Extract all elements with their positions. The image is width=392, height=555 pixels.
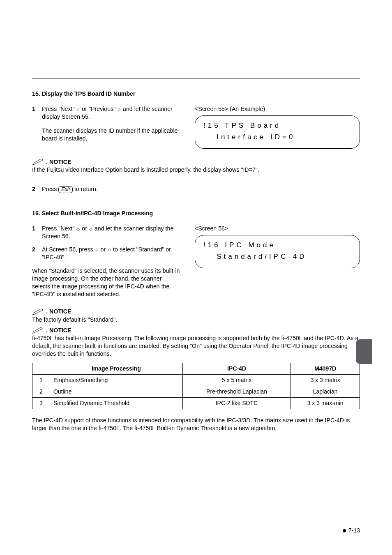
diamond-icon: ◇ <box>107 247 111 253</box>
step2-text-b: to return. <box>73 186 98 192</box>
exit-key-icon: Exit <box>58 186 73 193</box>
cell: 3 x 3 matrix <box>291 375 360 386</box>
step2-text-a: Press <box>42 186 58 192</box>
notice-pencil-icon <box>32 326 44 334</box>
th-blank <box>32 363 50 375</box>
lcd-line: Standard/IPC-4D <box>203 253 307 260</box>
svg-marker-2 <box>33 309 44 315</box>
diamond-icon: ◇ <box>76 107 80 113</box>
cell: Laplacian <box>291 386 360 398</box>
section-16-title: 16. Select Built-In/IPC-4D Image Process… <box>32 210 360 217</box>
page-footer: 7-13 <box>343 527 360 534</box>
lcd-line: !15 TPS Board <box>203 122 281 129</box>
closing-paragraph: The IPC-4D support of those functions is… <box>32 417 360 432</box>
step1-text-b: or "Previous" <box>80 106 117 112</box>
s16-step2-a: At Screen 56, press <box>42 246 95 253</box>
step1-text-a: Press "Next" <box>42 106 76 112</box>
cell: Outline <box>50 386 183 398</box>
table-row: 1 Emphasis/Smoothing 5 x 5 matrix 3 x 3 … <box>32 375 360 386</box>
s16-step1-b: or <box>80 225 89 232</box>
table-row: 2 Outline Pre-threshold Laplacian Laplac… <box>32 386 360 398</box>
cell: Emphasis/Smoothing <box>50 375 183 386</box>
cell: 5 x 5 matrix <box>182 375 291 386</box>
step-number: 2 <box>32 185 42 193</box>
cell: Pre-threshold Laplacian <box>182 386 291 398</box>
cell: IPC-2 like SDTC <box>182 397 291 409</box>
lcd-line: !16 IPC Mode <box>203 241 276 249</box>
svg-marker-0 <box>33 159 44 165</box>
notice2-text: fi-4750L has built-in Image Processing. … <box>32 334 360 358</box>
footer-dot-icon <box>343 529 346 532</box>
s16-step2-b: or <box>99 246 108 253</box>
svg-marker-4 <box>33 327 44 333</box>
th-m4097d: M4097D <box>291 363 360 375</box>
section-tab <box>356 339 372 364</box>
step-number: 2 <box>32 246 42 261</box>
notice-label: NOTICE <box>49 327 71 334</box>
cell: 3 x 3 max-min <box>291 397 360 409</box>
header-rule <box>32 78 360 78</box>
lcd-screen-56: !16 IPC Mode Standard/IPC-4D <box>195 235 360 268</box>
step1-para2: The scanner displays the ID number if th… <box>42 127 180 143</box>
notice-dot: . <box>46 158 49 166</box>
cell: 1 <box>32 375 50 386</box>
lcd-screen-55: !15 TPS Board Interface ID=0 <box>195 115 360 148</box>
s16-para: When "Standard" is selected, the scanner… <box>32 267 180 299</box>
th-ipc4d: IPC-4D <box>182 363 291 375</box>
section-15-title: 15. Display the TPS Board ID Number <box>32 90 360 98</box>
cell: Simplified Dynamic Threshold <box>50 397 183 409</box>
screen56-label: <Screen 56> <box>195 225 360 233</box>
page-number: 7-13 <box>348 527 360 534</box>
table-row: 3 Simplified Dynamic Threshold IPC-2 lik… <box>32 397 360 409</box>
notice-text: If the Fujitsu video Interface Option bo… <box>32 166 360 174</box>
image-processing-table: Image Processing IPC-4D M4097D 1 Emphasi… <box>32 363 360 409</box>
step-number: 1 <box>32 105 42 143</box>
notice-pencil-icon <box>32 158 44 166</box>
screen55-label: <Screen 55> (An Example) <box>195 105 360 113</box>
cell: 3 <box>32 397 50 409</box>
th-image-processing: Image Processing <box>50 363 183 375</box>
notice1-text: The factory default is "Standard". <box>32 316 360 324</box>
s16-step1-a: Press "Next" <box>42 225 76 232</box>
cell: 2 <box>32 386 50 398</box>
notice-dot: . <box>46 308 49 315</box>
notice-label: NOTICE <box>49 158 71 166</box>
notice-label: NOTICE <box>49 308 71 315</box>
diamond-icon: ◇ <box>117 107 121 113</box>
lcd-line: Interface ID=0 <box>203 133 295 141</box>
diamond-icon: ◇ <box>76 226 80 232</box>
step-number: 1 <box>32 225 42 240</box>
diamond-icon: ◇ <box>89 226 93 232</box>
diamond-icon: ◇ <box>95 247 99 253</box>
notice-dot: . <box>46 327 49 334</box>
notice-pencil-icon <box>32 308 44 316</box>
